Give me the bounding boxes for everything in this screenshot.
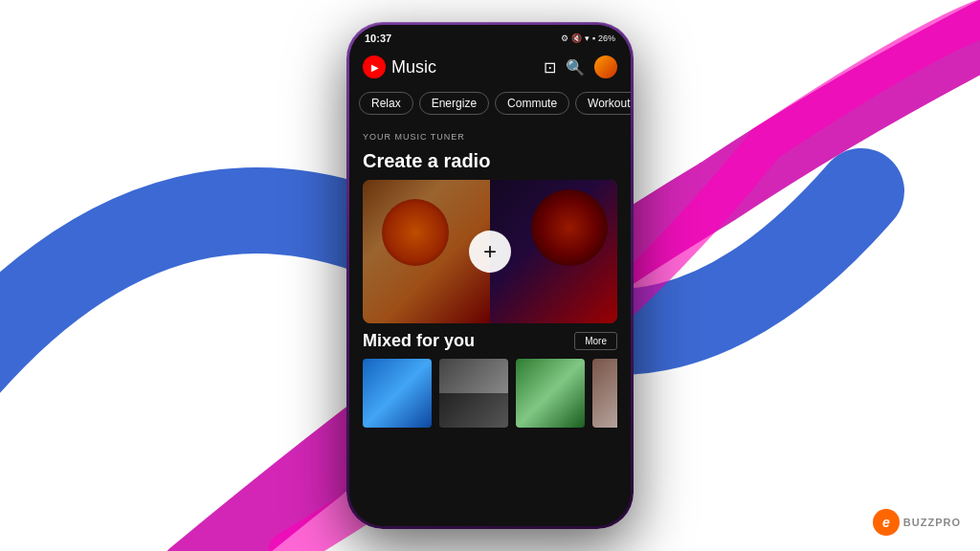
watermark-letter: e [882, 515, 890, 530]
album-thumb-3[interactable] [516, 359, 585, 428]
tab-energize[interactable]: Energize [419, 92, 489, 115]
phone-body: 10:37 ⚙ 🔇 ▾ ▪ 26% Music ⊡ 🔍 [346, 22, 634, 529]
status-icons: ⚙ 🔇 ▾ ▪ 26% [561, 33, 615, 43]
status-time: 10:37 [365, 33, 391, 44]
mood-tabs-container: Relax Energize Commute Workout Fo... [349, 86, 631, 122]
app-content: YOUR MUSIC TUNER Create a radio + Mixed … [349, 122, 631, 526]
album-thumb-bottom [439, 393, 508, 428]
radio-add-button[interactable]: + [469, 231, 511, 273]
album-thumb-2[interactable] [439, 359, 508, 428]
tab-commute[interactable]: Commute [495, 92, 569, 115]
watermark: e BUZZPRO [873, 509, 961, 536]
watermark-icon: e [873, 509, 900, 536]
album-thumb-1[interactable] [363, 359, 432, 428]
search-icon[interactable]: 🔍 [566, 58, 585, 77]
app-logo: Music [363, 55, 436, 78]
radio-section-label: YOUR MUSIC TUNER [363, 132, 617, 142]
app-title: Music [391, 57, 436, 77]
youtube-music-icon [363, 55, 386, 78]
phone-mockup: 10:37 ⚙ 🔇 ▾ ▪ 26% Music ⊡ 🔍 [337, 17, 643, 534]
album-thumb-4[interactable] [592, 359, 617, 428]
mixed-title: Mixed for you [363, 331, 475, 351]
plus-icon: + [483, 240, 497, 263]
watermark-text: BUZZPRO [903, 517, 961, 528]
tab-workout[interactable]: Workout [575, 92, 631, 115]
header-icons: ⊡ 🔍 [544, 55, 617, 78]
mixed-for-you-header: Mixed for you More [363, 331, 617, 351]
user-avatar[interactable] [594, 55, 617, 78]
tab-relax[interactable]: Relax [359, 92, 413, 115]
phone-screen: 10:37 ⚙ 🔇 ▾ ▪ 26% Music ⊡ 🔍 [349, 25, 631, 526]
signal-icon: ▪ [592, 33, 595, 43]
phone-notch [452, 25, 528, 44]
radio-section-title: Create a radio [363, 150, 617, 172]
app-header: Music ⊡ 🔍 [349, 48, 631, 86]
settings-icon: ⚙ [561, 33, 568, 43]
album-row [363, 359, 617, 428]
mute-icon: 🔇 [571, 33, 582, 43]
wifi-icon: ▾ [585, 33, 590, 43]
create-radio-card[interactable]: + [363, 180, 617, 323]
album-thumb-top [439, 359, 508, 393]
more-button[interactable]: More [574, 332, 617, 350]
cast-icon[interactable]: ⊡ [544, 58, 556, 77]
battery-indicator: 26% [598, 33, 615, 43]
